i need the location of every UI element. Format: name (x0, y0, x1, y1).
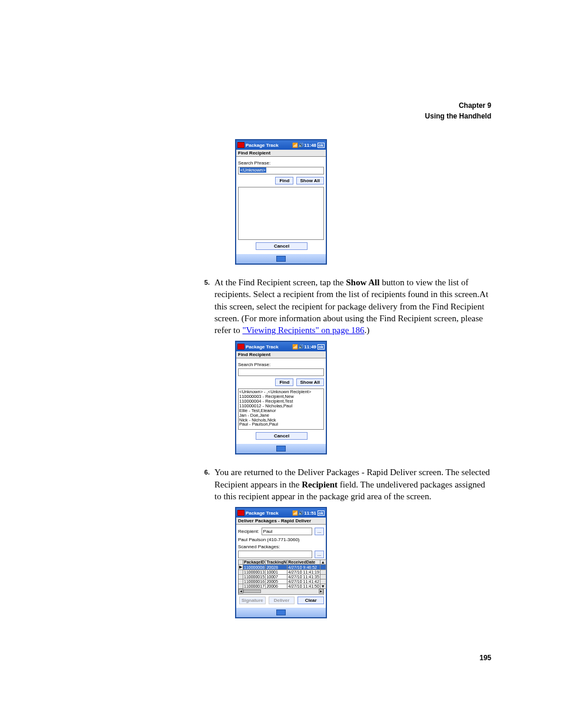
scroll-left-icon[interactable]: ◄ (239, 589, 243, 594)
page-header: Chapter 9 Using the Handheld (71, 100, 491, 121)
scroll-right-icon[interactable]: ► (319, 589, 323, 594)
keyboard-icon[interactable] (276, 256, 286, 262)
search-phrase-label: Search Phrase: (238, 362, 324, 367)
list-item[interactable]: Paul - Paulson,Paul (239, 422, 323, 427)
col-packageid[interactable]: PackageID (243, 560, 266, 565)
titlebar: Package Track 📶 🔊 11:49 ok (236, 342, 326, 351)
handheld-rapid-deliver: Package Track 📶 🔊 11:51 ok Deliver Packa… (235, 507, 327, 618)
recipient-label: Recipient: (238, 529, 259, 534)
clock-text: 11:49 (304, 344, 316, 350)
scroll-thumb[interactable] (243, 589, 261, 593)
table-row[interactable]: 110000015100074/27/10 11:41:35 (239, 575, 326, 579)
step-number: 6. (200, 466, 214, 502)
table-row[interactable]: 110000017200064/27/10 11:41:50▼ (239, 584, 326, 589)
chapter-label: Chapter 9 (71, 100, 491, 111)
app-icon (237, 142, 244, 148)
search-input[interactable]: <Unknown> (238, 167, 324, 174)
clock-text: 11:51 (304, 510, 316, 516)
handheld-find-recipient-list: Package Track 📶 🔊 11:49 ok Find Recipien… (235, 341, 327, 454)
table-row[interactable]: 110000013100014/27/10 11:41:19 (239, 570, 326, 575)
deliver-button[interactable]: Deliver (269, 597, 295, 604)
search-input[interactable] (238, 368, 324, 376)
cancel-button[interactable]: Cancel (256, 242, 308, 250)
find-button[interactable]: Find (275, 177, 293, 185)
signal-icon: 📶 (292, 344, 298, 350)
titlebar: Package Track 📶 🔊 11:51 ok (236, 508, 326, 518)
step-text: At the Find Recipient screen, tap the Sh… (214, 276, 491, 336)
ok-icon[interactable]: ok (318, 510, 325, 516)
table-row[interactable]: ▶ 110000008200284/27/10 9:46:52 (239, 565, 326, 570)
table-row[interactable]: 110000016200054/27/10 11:41:42 (239, 579, 326, 584)
sip-dock (236, 608, 326, 617)
speaker-icon: 🔊 (298, 143, 304, 148)
find-button[interactable]: Find (275, 378, 293, 386)
app-title: Package Track (246, 344, 292, 350)
sip-dock (236, 254, 326, 263)
scanned-packages-label: Scanned Packages: (238, 544, 324, 549)
screen-name: Find Recipient (236, 150, 326, 157)
col-tracking[interactable]: TrackingN (266, 560, 287, 565)
step-5: 5. At the Find Recipient screen, tap the… (200, 276, 491, 336)
page-number: 195 (71, 654, 491, 662)
app-icon (237, 344, 244, 350)
cancel-button[interactable]: Cancel (256, 432, 308, 440)
results-list (238, 187, 324, 240)
scan-lookup-button[interactable]: ... (315, 551, 324, 558)
recipient-input[interactable] (262, 528, 312, 535)
show-all-button[interactable]: Show All (296, 378, 324, 386)
package-grid[interactable]: PackageID TrackingN ReceivedDate ▲ ▶ 110… (238, 559, 326, 589)
recipient-lookup-button[interactable]: ... (315, 528, 324, 535)
signature-button[interactable]: Signature (239, 597, 266, 604)
handheld-find-recipient-empty: Package Track 📶 🔊 11:48 ok Find Recipien… (235, 139, 327, 265)
horizontal-scrollbar[interactable]: ◄ ► (238, 589, 324, 595)
keyboard-icon[interactable] (276, 446, 286, 452)
search-phrase-label: Search Phrase: (238, 160, 324, 166)
ok-icon[interactable]: ok (318, 143, 325, 148)
col-received[interactable]: ReceivedDate (287, 560, 320, 565)
speaker-icon: 🔊 (298, 510, 304, 516)
clear-button[interactable]: Clear (297, 597, 324, 604)
signal-icon: 📶 (292, 143, 298, 148)
step-6: 6. You are returned to the Deliver Packa… (200, 466, 491, 502)
scan-input[interactable] (238, 551, 312, 558)
app-title: Package Track (246, 510, 292, 516)
screen-name: Find Recipient (236, 351, 326, 358)
app-title: Package Track (246, 143, 292, 148)
step-number: 5. (200, 276, 214, 336)
sip-dock (236, 444, 326, 453)
app-icon (237, 510, 244, 516)
step-text: You are returned to the Deliver Packages… (214, 466, 491, 502)
viewing-recipients-link[interactable]: "Viewing Recipients" on page 186 (242, 325, 364, 335)
keyboard-icon[interactable] (276, 610, 286, 615)
show-all-button[interactable]: Show All (296, 177, 324, 185)
ok-icon[interactable]: ok (318, 344, 325, 350)
titlebar: Package Track 📶 🔊 11:48 ok (236, 140, 326, 150)
recipient-full: Paul Paulson (410-771-3060) (238, 537, 324, 542)
screen-name: Deliver Packages - Rapid Deliver (236, 518, 326, 525)
results-list[interactable]: <Unknown> - ,<Unknown Recipient> 1100000… (238, 388, 324, 430)
speaker-icon: 🔊 (298, 344, 304, 350)
clock-text: 11:48 (304, 143, 316, 148)
signal-icon: 📶 (292, 510, 298, 516)
section-title: Using the Handheld (71, 111, 491, 121)
